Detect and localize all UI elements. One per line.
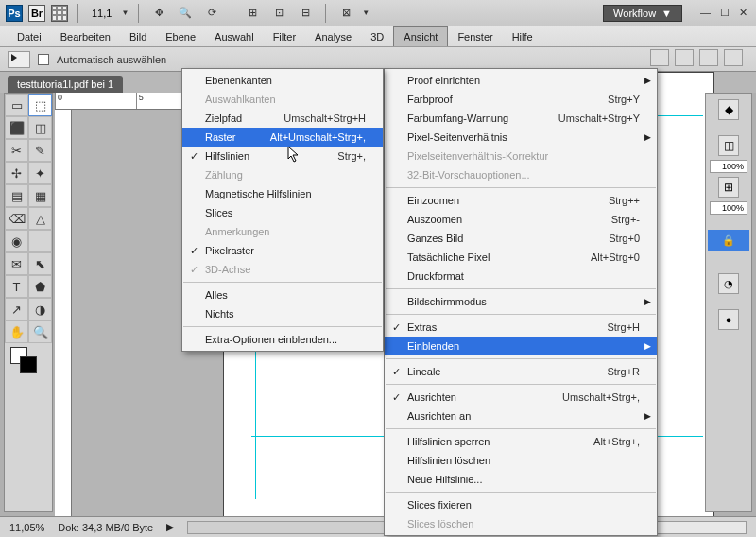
tool-2[interactable]: ⬛ xyxy=(5,116,28,139)
zoom-tool-icon[interactable]: 🔍 xyxy=(175,4,196,23)
menu-item[interactable]: Hilfslinien sperrenAlt+Strg+, xyxy=(385,432,657,451)
tool-4[interactable]: ✂ xyxy=(5,139,28,162)
menu-item[interactable]: EinzoomenStrg++ xyxy=(385,191,657,210)
menu-item[interactable]: Proof einrichten▶ xyxy=(385,71,657,90)
tool-3[interactable]: ◫ xyxy=(28,116,52,139)
menu-item[interactable]: ZielpfadUmschalt+Strg+H xyxy=(182,109,383,128)
tool-9[interactable]: ▦ xyxy=(28,184,52,207)
menu-item[interactable]: FarbproofStrg+Y xyxy=(385,90,657,109)
menu-item[interactable]: Druckformat xyxy=(385,267,657,286)
tool-15[interactable]: ⬉ xyxy=(28,252,52,275)
menu-3d[interactable]: 3D xyxy=(361,26,393,46)
arrange-icon-3[interactable]: ⊟ xyxy=(295,4,316,23)
menu-item[interactable]: Magnetische Hilfslinien xyxy=(182,184,383,203)
menu-item[interactable]: Hilfslinien löschen xyxy=(385,451,657,470)
menu-item[interactable]: Tatsächliche PixelAlt+Strg+0 xyxy=(385,248,657,267)
menu-item[interactable]: Pixel-Seitenverhältnis▶ xyxy=(385,128,657,147)
tool-1[interactable]: ⬚ xyxy=(28,94,52,116)
tool-0[interactable]: ▭ xyxy=(5,94,28,116)
menu-ansicht[interactable]: Ansicht xyxy=(393,26,448,46)
color-swatches[interactable] xyxy=(5,343,52,381)
auto-select-checkbox[interactable] xyxy=(38,54,49,65)
arrange-icon-1[interactable]: ⊞ xyxy=(242,4,263,23)
tool-16[interactable]: T xyxy=(5,275,28,298)
tool-12[interactable]: ◉ xyxy=(5,230,28,252)
zoom-dropdown-icon[interactable]: ▼ xyxy=(121,9,129,17)
menu-fenster[interactable]: Fenster xyxy=(448,26,502,46)
layout-grid-icon[interactable] xyxy=(51,5,68,22)
menu-datei[interactable]: Datei xyxy=(8,26,51,46)
menu-item[interactable]: Farbumfang-WarnungUmschalt+Strg+Y xyxy=(385,109,657,128)
align-icon-1[interactable] xyxy=(650,49,669,66)
menu-item[interactable]: Nichts xyxy=(182,304,383,323)
document-tab[interactable]: testtutoria1l.pdf bei 1 xyxy=(8,76,123,93)
tool-13[interactable]: ゠ xyxy=(28,230,52,252)
menu-item[interactable]: ✓HilfslinienStrg+, xyxy=(182,147,383,165)
menu-analyse[interactable]: Analyse xyxy=(305,26,361,46)
menu-filter[interactable]: Filter xyxy=(264,26,305,46)
tool-8[interactable]: ▤ xyxy=(5,184,28,207)
align-icon-4[interactable] xyxy=(724,49,743,66)
arrange-icon-2[interactable]: ⊡ xyxy=(268,4,289,23)
menu-auswahl[interactable]: Auswahl xyxy=(205,26,264,46)
tool-10[interactable]: ⌫ xyxy=(5,207,28,230)
align-icon-3[interactable] xyxy=(699,49,718,66)
menu-item[interactable]: Ebenenkanten xyxy=(182,71,383,90)
background-swatch[interactable] xyxy=(20,356,37,373)
menu-item[interactable]: Extra-Optionen einblenden... xyxy=(182,330,383,349)
menu-bild[interactable]: Bild xyxy=(120,26,156,46)
menu-item[interactable]: ✓LinealeStrg+R xyxy=(385,362,657,381)
status-zoom[interactable]: 11,05% xyxy=(9,522,44,533)
panel-icon-styles[interactable]: ⊞ xyxy=(718,177,739,198)
tool-20[interactable]: ✋ xyxy=(5,320,28,343)
menu-ebene[interactable]: Ebene xyxy=(156,26,205,46)
align-icon-2[interactable] xyxy=(675,49,694,66)
menu-item[interactable]: RasterAlt+Umschalt+Strg+, xyxy=(182,128,383,147)
document-tab-label: testtutoria1l.pdf bei 1 xyxy=(17,78,113,90)
menu-item[interactable]: Neue Hilfslinie... xyxy=(385,470,657,489)
panel-icon-color[interactable]: ◆ xyxy=(718,99,739,120)
panel-icon-adjustments[interactable]: ● xyxy=(718,309,739,330)
menu-bearbeiten[interactable]: Bearbeiten xyxy=(51,26,120,46)
menu-item[interactable]: Slices xyxy=(182,203,383,222)
menu-item[interactable]: ✓Pixelraster xyxy=(182,241,383,260)
tool-11[interactable]: △ xyxy=(28,207,52,230)
menu-item[interactable]: ✓ExtrasStrg+H xyxy=(385,318,657,337)
bridge-icon[interactable]: Br xyxy=(28,5,45,22)
close-icon[interactable]: ✕ xyxy=(736,7,750,19)
menu-item[interactable]: AuszoomenStrg+- xyxy=(385,210,657,229)
status-doc-size[interactable]: Dok: 34,3 MB/0 Byte xyxy=(58,522,153,533)
menu-item[interactable]: Einblenden▶ xyxy=(385,337,657,355)
current-tool-icon[interactable] xyxy=(8,51,30,68)
tool-21[interactable]: 🔍 xyxy=(28,320,52,343)
menu-hilfe[interactable]: Hilfe xyxy=(503,26,542,46)
tool-17[interactable]: ⬟ xyxy=(28,275,52,298)
workspace-switcher[interactable]: Workflow ▼ xyxy=(603,5,682,22)
hand-tool-icon[interactable]: ✥ xyxy=(148,4,169,23)
fill-value[interactable]: 100% xyxy=(710,201,747,215)
restore-icon[interactable]: ☐ xyxy=(717,7,732,19)
tool-6[interactable]: ✢ xyxy=(5,162,28,184)
tool-14[interactable]: ✉ xyxy=(5,252,28,275)
rotate-view-icon[interactable]: ⟳ xyxy=(201,4,222,23)
panel-icon-swatches[interactable]: ◫ xyxy=(718,135,739,156)
menu-item[interactable]: Ausrichten an▶ xyxy=(385,407,657,425)
vertical-ruler[interactable] xyxy=(55,110,72,516)
screen-mode-dropdown-icon[interactable]: ▼ xyxy=(362,9,369,17)
menu-item[interactable]: Ganzes BildStrg+0 xyxy=(385,229,657,248)
screen-mode-icon[interactable]: ⊠ xyxy=(335,4,356,23)
panel-icon-mask[interactable]: ◔ xyxy=(718,273,739,294)
tool-18[interactable]: ↗ xyxy=(5,298,28,320)
opacity-value[interactable]: 100% xyxy=(710,160,747,173)
tool-7[interactable]: ✦ xyxy=(28,162,52,184)
menu-item[interactable]: Slices fixieren xyxy=(385,495,657,514)
menu-item[interactable]: ✓AusrichtenUmschalt+Strg+, xyxy=(385,388,657,407)
minimize-icon[interactable]: — xyxy=(697,7,713,19)
menu-item[interactable]: Alles xyxy=(182,286,383,304)
photoshop-icon[interactable]: Ps xyxy=(6,5,23,22)
menu-item[interactable]: Bildschirmmodus▶ xyxy=(385,292,657,311)
tool-19[interactable]: ◑ xyxy=(28,298,52,320)
zoom-value[interactable]: 11,1 xyxy=(88,8,115,19)
layer-row-selected[interactable]: 🔒 xyxy=(708,230,749,251)
tool-5[interactable]: ✎ xyxy=(28,139,52,162)
